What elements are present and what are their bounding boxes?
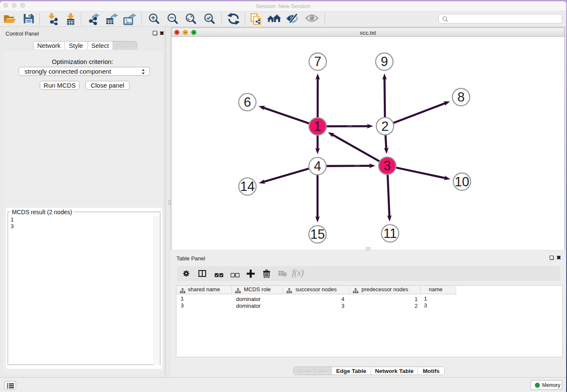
svg-text:8: 8 bbox=[457, 90, 465, 105]
svg-text:9: 9 bbox=[381, 54, 388, 69]
svg-text:14: 14 bbox=[240, 179, 255, 194]
svg-text:10: 10 bbox=[454, 174, 469, 189]
svg-text:2: 2 bbox=[381, 119, 388, 134]
svg-text:15: 15 bbox=[310, 227, 325, 242]
svg-text:4: 4 bbox=[314, 159, 321, 174]
svg-text:11: 11 bbox=[383, 226, 397, 241]
svg-text:1: 1 bbox=[314, 119, 321, 134]
svg-text:3: 3 bbox=[384, 158, 391, 173]
svg-text:7: 7 bbox=[314, 54, 321, 69]
svg-text:6: 6 bbox=[244, 95, 251, 110]
